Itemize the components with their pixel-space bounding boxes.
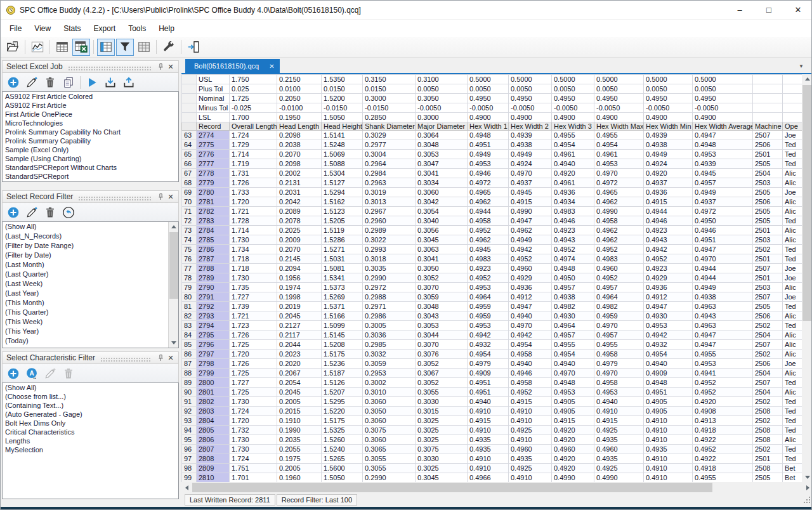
- value-cell[interactable]: 0.4952: [594, 273, 644, 283]
- value-cell[interactable]: 1.5271: [322, 245, 363, 254]
- value-cell[interactable]: 0.4947: [509, 302, 552, 311]
- record-cell[interactable]: 2793: [197, 311, 230, 321]
- list-item[interactable]: (Filter by Date): [3, 251, 178, 260]
- scroll-down-icon[interactable]: [169, 338, 179, 348]
- list-item[interactable]: (This Month): [3, 298, 178, 308]
- value-cell[interactable]: 0.4949: [693, 188, 753, 197]
- value-cell[interactable]: 2505: [753, 216, 783, 226]
- value-cell[interactable]: 0.4960: [594, 264, 644, 273]
- value-cell[interactable]: 0.2038: [277, 140, 322, 150]
- value-cell[interactable]: 0.4949: [509, 150, 552, 159]
- value-cell[interactable]: 0.4935: [644, 445, 693, 454]
- value-cell[interactable]: Ted: [783, 159, 802, 169]
- record-cell[interactable]: 2789: [197, 273, 230, 283]
- value-cell[interactable]: 1.5166: [322, 311, 363, 321]
- value-cell[interactable]: 0.4944: [468, 207, 509, 216]
- value-cell[interactable]: 0.4910: [644, 416, 693, 426]
- value-cell[interactable]: 1.729: [230, 140, 277, 150]
- table-row[interactable]: 7527861.7340.20701.52710.29930.30630.494…: [182, 245, 802, 254]
- value-cell[interactable]: 0.4979: [468, 359, 509, 369]
- value-cell[interactable]: 0.3015: [416, 407, 468, 416]
- value-cell[interactable]: 0.3075: [416, 445, 468, 454]
- value-cell[interactable]: 0.2960: [363, 216, 416, 226]
- value-cell[interactable]: 0.4932: [644, 340, 693, 350]
- value-cell[interactable]: 1.5081: [322, 264, 363, 273]
- table-row[interactable]: 7827891.7300.19561.53410.29900.30520.495…: [182, 273, 802, 283]
- pin-icon[interactable]: [155, 62, 166, 72]
- value-cell[interactable]: 0.3050: [416, 264, 468, 273]
- record-cell[interactable]: 2784: [197, 226, 230, 235]
- value-cell[interactable]: 1.727: [230, 378, 277, 388]
- value-cell[interactable]: 1.5162: [322, 197, 363, 207]
- value-cell[interactable]: 0.2054: [277, 378, 322, 388]
- table-row[interactable]: 9628071.7300.20551.52400.30650.30750.493…: [182, 445, 802, 454]
- table-row[interactable]: 7027811.7200.20421.51620.30130.30420.496…: [182, 197, 802, 207]
- value-cell[interactable]: 0.4940: [552, 159, 594, 169]
- value-cell[interactable]: 0.2070: [277, 245, 322, 254]
- value-cell[interactable]: 0.4932: [468, 340, 509, 350]
- value-cell[interactable]: 0.4972: [468, 178, 509, 188]
- value-cell[interactable]: Alic: [783, 169, 802, 178]
- value-cell[interactable]: Alic: [783, 197, 802, 207]
- value-cell[interactable]: 0.3054: [416, 207, 468, 216]
- value-cell[interactable]: Ted: [783, 150, 802, 159]
- value-cell[interactable]: 0.3041: [416, 254, 468, 264]
- close-panel-icon[interactable]: ✕: [166, 62, 176, 72]
- table-row[interactable]: 6727781.7310.20021.53040.29840.30410.494…: [182, 169, 802, 178]
- value-cell[interactable]: 2505: [753, 302, 783, 311]
- value-cell[interactable]: 0.4959: [468, 302, 509, 311]
- record-cell[interactable]: 2783: [197, 216, 230, 226]
- value-cell[interactable]: 1.735: [230, 283, 277, 292]
- value-cell[interactable]: Alic: [783, 226, 802, 235]
- value-cell[interactable]: 0.4949: [468, 150, 509, 159]
- record-cell[interactable]: 2804: [197, 416, 230, 426]
- value-cell[interactable]: Joe: [783, 292, 802, 302]
- value-cell[interactable]: 0.4936: [644, 188, 693, 197]
- column-header-hex-width-average[interactable]: Hex Width Average: [693, 122, 753, 131]
- value-cell[interactable]: 0.4952: [468, 226, 509, 235]
- value-cell[interactable]: 0.4983: [468, 254, 509, 264]
- table-row[interactable]: 8527961.7250.20441.52080.29850.30700.493…: [182, 340, 802, 350]
- value-cell[interactable]: 1.5286: [322, 235, 363, 245]
- value-cell[interactable]: 0.2964: [363, 159, 416, 169]
- value-cell[interactable]: 0.4909: [468, 369, 509, 378]
- value-cell[interactable]: 1.727: [230, 292, 277, 302]
- table-row[interactable]: 8727981.7260.20201.52360.30590.30520.497…: [182, 359, 802, 369]
- grid-view-icon[interactable]: [135, 39, 153, 56]
- value-cell[interactable]: 0.3043: [416, 311, 468, 321]
- value-cell[interactable]: 0.4963: [693, 321, 753, 330]
- close-button[interactable]: ✕: [783, 1, 812, 20]
- value-cell[interactable]: 0.2117: [277, 330, 322, 340]
- menu-tools[interactable]: Tools: [122, 21, 152, 36]
- value-cell[interactable]: 0.4953: [693, 150, 753, 159]
- value-cell[interactable]: 0.4923: [468, 264, 509, 273]
- list-item[interactable]: MySelection: [3, 445, 178, 454]
- value-cell[interactable]: 0.4983: [552, 207, 594, 216]
- record-cell[interactable]: 2786: [197, 245, 230, 254]
- value-cell[interactable]: 0.3059: [416, 292, 468, 302]
- value-cell[interactable]: 0.4951: [468, 388, 509, 397]
- list-item[interactable]: (This Quarter): [3, 308, 178, 317]
- value-cell[interactable]: 2508: [753, 426, 783, 435]
- value-cell[interactable]: 0.4943: [693, 311, 753, 321]
- value-cell[interactable]: 0.4946: [552, 216, 594, 226]
- value-cell[interactable]: 0.4924: [509, 159, 552, 169]
- value-cell[interactable]: 0.4940: [468, 397, 509, 407]
- edit-job-button[interactable]: [25, 75, 39, 89]
- value-cell[interactable]: 1.5175: [322, 416, 363, 426]
- value-cell[interactable]: 0.4925: [594, 426, 644, 435]
- value-cell[interactable]: 0.4948: [644, 378, 693, 388]
- value-cell[interactable]: 0.4951: [468, 140, 509, 150]
- record-cell[interactable]: 2775: [197, 140, 230, 150]
- value-cell[interactable]: 2508: [753, 464, 783, 473]
- value-cell[interactable]: 0.3025: [416, 426, 468, 435]
- value-cell[interactable]: 0.4970: [594, 369, 644, 378]
- pin-icon[interactable]: [155, 192, 166, 202]
- record-cell[interactable]: 2791: [197, 292, 230, 302]
- value-cell[interactable]: 0.4964: [552, 321, 594, 330]
- value-cell[interactable]: 0.4955: [594, 131, 644, 140]
- list-item[interactable]: Sample (Excel Only): [3, 145, 178, 154]
- value-cell[interactable]: 0.4957: [552, 283, 594, 292]
- scroll-left-icon[interactable]: [181, 482, 192, 493]
- list-item[interactable]: (Last_N_Records): [3, 232, 178, 241]
